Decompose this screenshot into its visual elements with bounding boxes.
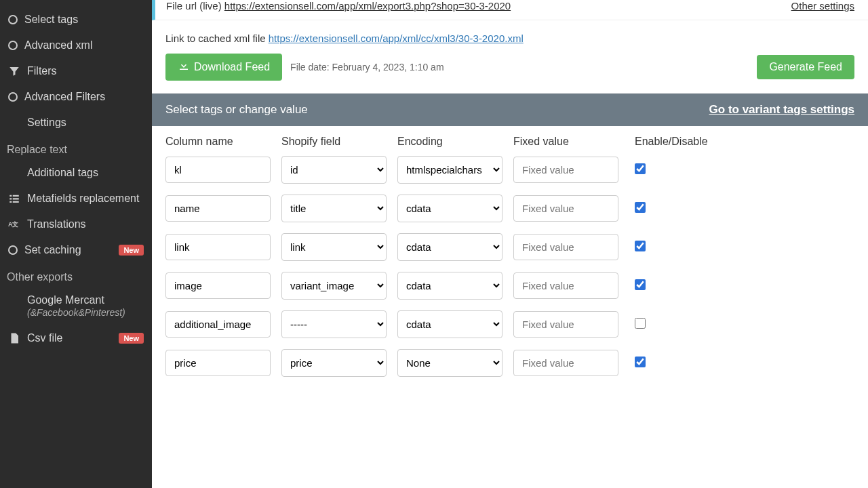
sidebar-section-replace: Replace text xyxy=(0,136,152,160)
sidebar-item-label: Select tags xyxy=(24,14,78,26)
column-name-input[interactable] xyxy=(165,234,271,260)
shopify-field-select[interactable]: price xyxy=(281,349,387,377)
fixed-value-input[interactable] xyxy=(513,195,618,222)
sidebar-item-label: Translations xyxy=(27,218,86,230)
sidebar-item-label: Csv file xyxy=(27,332,62,344)
file-url-text: File url (live) https://extensionsell.co… xyxy=(166,0,511,12)
blank-icon xyxy=(8,294,20,306)
fixed-value-input[interactable] xyxy=(513,272,618,299)
main-content: File url (live) https://extensionsell.co… xyxy=(152,0,868,424)
table-title: Select tags or change value xyxy=(165,103,308,117)
fixed-value-input[interactable] xyxy=(513,311,618,338)
encoding-select[interactable]: cdata xyxy=(397,310,502,338)
sidebar-item-label: Additional tags xyxy=(27,167,98,179)
table-row: -----cdata xyxy=(165,310,854,338)
sidebar-item-select-tags[interactable]: Select tags xyxy=(0,7,152,33)
encoding-select[interactable]: cdata xyxy=(397,195,502,222)
bullet-icon xyxy=(8,92,18,102)
svg-rect-4 xyxy=(9,201,12,203)
fixed-value-input[interactable] xyxy=(513,350,618,376)
file-icon xyxy=(8,332,20,344)
table-row: idhtmlspecialchars xyxy=(165,156,854,184)
download-label: Download Feed xyxy=(194,61,270,73)
sidebar-item-label: Set caching xyxy=(24,244,81,256)
table-header: Select tags or change value Go to varian… xyxy=(152,94,868,126)
encoding-select[interactable]: cdata xyxy=(397,272,502,300)
svg-rect-3 xyxy=(13,198,19,199)
shopify-field-select[interactable]: ----- xyxy=(281,310,387,338)
svg-rect-5 xyxy=(13,201,19,203)
shopify-field-select[interactable]: link xyxy=(281,233,387,261)
table-row: titlecdata xyxy=(165,195,854,222)
cached-url-link[interactable]: https://extensionsell.com/app/xml/cc/xml… xyxy=(269,33,524,44)
encoding-select[interactable]: cdata xyxy=(397,233,502,261)
sidebar-item-advanced-xml[interactable]: Advanced xml xyxy=(0,33,152,58)
actions-row: Download Feed File date: February 4, 202… xyxy=(165,54,854,81)
encoding-select[interactable]: htmlspecialchars xyxy=(397,156,502,184)
sidebar: Select tags Advanced xml Filters Advance… xyxy=(0,0,152,424)
enable-checkbox[interactable] xyxy=(635,241,646,251)
bullet-icon xyxy=(8,15,18,24)
column-name-input[interactable] xyxy=(165,350,271,376)
table-area: Column name Shopify field Encoding Fixed… xyxy=(152,126,868,397)
new-badge: New xyxy=(119,333,144,344)
enable-checkbox[interactable] xyxy=(635,163,646,174)
other-settings-link[interactable]: Other settings xyxy=(791,0,854,12)
table-row: variant_imagecdata xyxy=(165,272,854,300)
svg-rect-2 xyxy=(9,198,12,199)
file-url-link[interactable]: https://extensionsell.com/app/xml/export… xyxy=(224,0,511,12)
language-icon: A文 xyxy=(8,218,20,230)
go-variant-settings-link[interactable]: Go to variant tags settings xyxy=(709,103,854,117)
sidebar-item-translations[interactable]: A文 Translations xyxy=(0,211,152,237)
sidebar-item-set-caching[interactable]: Set caching New xyxy=(0,237,152,263)
filter-icon xyxy=(8,65,20,77)
blank-icon xyxy=(8,167,20,179)
column-name-input[interactable] xyxy=(165,311,271,338)
sidebar-item-label: Advanced xml xyxy=(24,39,93,52)
sidebar-item-google-merchant[interactable]: Google Mercant (&Facebook&Pinterest) xyxy=(0,287,152,325)
shopify-field-select[interactable]: title xyxy=(281,195,387,222)
fixed-value-input[interactable] xyxy=(513,234,618,260)
download-feed-button[interactable]: Download Feed xyxy=(165,54,282,81)
sidebar-item-csv-file[interactable]: Csv file New xyxy=(0,325,152,351)
blank-icon xyxy=(8,117,20,129)
column-name-input[interactable] xyxy=(165,272,271,299)
enable-checkbox[interactable] xyxy=(635,357,646,367)
svg-text:A文: A文 xyxy=(8,221,19,228)
sidebar-item-settings[interactable]: Settings xyxy=(0,110,152,136)
sidebar-item-advanced-filters[interactable]: Advanced Filters xyxy=(0,84,152,110)
list-icon xyxy=(8,192,20,205)
sidebar-item-filters[interactable]: Filters xyxy=(0,58,152,84)
column-name-input[interactable] xyxy=(165,195,271,222)
col-header-shopify-field: Shopify field xyxy=(281,136,387,148)
cached-text: Link to cached xml file https://extensio… xyxy=(165,33,854,44)
file-date: File date: February 4, 2023, 1:10 am xyxy=(290,62,443,73)
table-row: priceNone xyxy=(165,349,854,377)
shopify-field-select[interactable]: variant_image xyxy=(281,272,387,300)
col-header-enable: Enable/Disable xyxy=(629,136,711,148)
sidebar-item-metafields[interactable]: Metafields replacement xyxy=(0,186,152,211)
sidebar-item-label: Settings xyxy=(27,117,66,129)
generate-feed-button[interactable]: Generate Feed xyxy=(757,55,854,79)
sidebar-item-additional-tags[interactable]: Additional tags xyxy=(0,160,152,186)
bullet-icon xyxy=(8,245,18,255)
sidebar-item-label: Google Mercant (&Facebook&Pinterest) xyxy=(27,294,125,319)
sidebar-section-other: Other exports xyxy=(0,263,152,287)
sidebar-item-label: Filters xyxy=(27,65,57,77)
shopify-field-select[interactable]: id xyxy=(281,156,387,184)
file-url-bar: File url (live) https://extensionsell.co… xyxy=(152,0,868,20)
bullet-icon xyxy=(8,41,18,50)
encoding-select[interactable]: None xyxy=(397,349,502,377)
col-header-column-name: Column name xyxy=(165,136,271,148)
col-header-fixed-value: Fixed value xyxy=(513,136,618,148)
col-header-encoding: Encoding xyxy=(397,136,502,148)
table-head-row: Column name Shopify field Encoding Fixed… xyxy=(165,136,854,148)
enable-checkbox[interactable] xyxy=(635,279,646,290)
enable-checkbox[interactable] xyxy=(635,318,646,329)
enable-checkbox[interactable] xyxy=(635,202,646,213)
svg-rect-1 xyxy=(13,195,19,197)
column-name-input[interactable] xyxy=(165,157,271,183)
download-icon xyxy=(178,60,190,75)
sidebar-item-label: Metafields replacement xyxy=(27,192,139,205)
fixed-value-input[interactable] xyxy=(513,157,618,183)
